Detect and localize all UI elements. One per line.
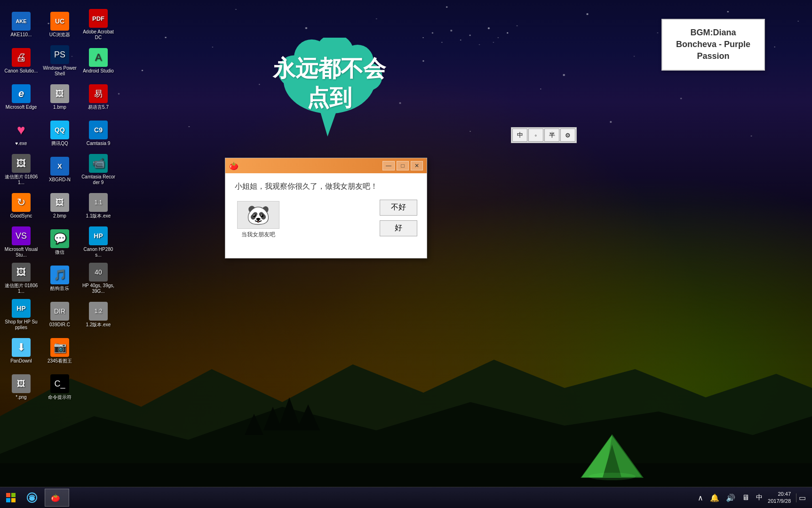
svg-rect-63 xyxy=(6,498,10,502)
svg-point-23 xyxy=(118,93,119,95)
desktop-icon-039dir[interactable]: DIR 039DIR.C xyxy=(41,297,79,332)
desktop-icon-xbgrd[interactable]: X XBGRD-N xyxy=(41,152,79,187)
desktop-icon-photo1[interactable]: 🖼 速信图片 018061... xyxy=(2,152,40,187)
1-2exe-icon: 1.2 xyxy=(89,302,108,321)
ake110-icon: AKE xyxy=(12,12,31,31)
cmd-label: 命令提示符 xyxy=(48,395,72,400)
desktop-icon-goodsync[interactable]: ↻ GoodSync xyxy=(2,188,40,224)
desktop-icon-kugou[interactable]: 🎵 酷狗音乐 xyxy=(41,261,79,296)
svg-point-31 xyxy=(610,121,612,123)
svg-point-66 xyxy=(29,496,35,501)
ime-btn-half[interactable]: 半 xyxy=(544,129,559,142)
taskbar-expand-icon[interactable]: ∧ xyxy=(696,493,705,502)
dialog-message: 小姐姐，我观察你很久了，做我女朋友吧！ xyxy=(235,180,417,193)
svg-point-38 xyxy=(470,34,471,36)
desktop-icon-hp-supplies[interactable]: HP Shop for HP Supplies xyxy=(2,297,40,332)
panda-caption: 当我女朋友吧 xyxy=(241,231,275,239)
desktop-icon-camtasia-rec[interactable]: 📹 Camtasia Recorder 9 xyxy=(80,152,117,187)
taskbar: 🍅 ∧ 🔔 🔊 🖥 中 20:47 2017/9/28 ▭ xyxy=(0,487,812,508)
taskbar-show-desktop-icon[interactable]: ▭ xyxy=(796,493,807,502)
desktop-icon-1-2exe[interactable]: 1.2 1.2版本.exe xyxy=(80,297,117,332)
desktop-icon-powershell[interactable]: PS Windows PowerShell xyxy=(41,43,79,79)
goodsync-icon: ↻ xyxy=(12,193,31,212)
desktop-icon-camtasia9[interactable]: C9 Camtasia 9 xyxy=(80,116,117,151)
taskbar-network-icon[interactable]: 🖥 xyxy=(740,493,751,502)
clock-time: 20:47 xyxy=(778,491,791,498)
2345-label: 2345看图王 xyxy=(48,358,72,364)
android-studio-icon: A xyxy=(89,48,108,67)
desktop-icon-hp40gs[interactable]: 40 HP 40gs, 39gs, 39G... xyxy=(80,261,117,296)
dialog-minimize-button[interactable]: — xyxy=(382,161,395,170)
taskbar-app-window[interactable]: 🍅 xyxy=(45,489,69,507)
desktop-icons-container: AKE AKE110... 🖨 Canon Solutio... e Micro… xyxy=(0,5,94,428)
desktop-icon-canon[interactable]: 🖨 Canon Solutio... xyxy=(2,43,40,79)
ime-btn-chinese[interactable]: 中 xyxy=(512,129,527,142)
ake110-label: AKE110... xyxy=(10,32,32,38)
svg-point-39 xyxy=(479,44,480,45)
desktop-icon-cmd[interactable]: C_ 命令提示符 xyxy=(41,370,79,405)
svg-point-17 xyxy=(422,60,424,62)
qq-icon: QQ xyxy=(50,121,69,139)
desktop-icon-canon-hp[interactable]: HP Canon HP280 s... xyxy=(80,225,117,260)
desktop-icon-uc[interactable]: UC UC浏览器 xyxy=(41,7,79,42)
desktop-icon-heart-exe[interactable]: ♥ ♥.exe xyxy=(2,116,40,151)
dialog-maximize-button[interactable]: □ xyxy=(397,161,409,170)
svg-point-9 xyxy=(657,32,658,33)
pandownl-icon: ⬇ xyxy=(12,338,31,357)
ime-btn-dot[interactable]: ◦ xyxy=(528,129,543,142)
xbgrd-label: XBGRD-N xyxy=(49,177,71,183)
desktop-icon-1-1exe[interactable]: 1.1 1.1版本.exe xyxy=(80,188,117,224)
dialog-ok-button[interactable]: 好 xyxy=(380,220,417,236)
svg-point-53 xyxy=(589,473,636,480)
dialog-titlebar[interactable]: 🍅 — □ ✕ xyxy=(225,158,427,173)
desktop-icon-ake110[interactable]: AKE AKE110... xyxy=(2,7,40,42)
svg-point-20 xyxy=(634,56,635,57)
desktop-icon-qq[interactable]: QQ 腾讯QQ xyxy=(41,116,79,151)
svg-point-8 xyxy=(586,13,588,15)
desktop-icon-android-studio[interactable]: A Android Studio xyxy=(80,43,117,79)
ime-btn-settings[interactable]: ⚙ xyxy=(560,129,575,142)
taskbar-ime-icon[interactable]: 中 xyxy=(755,493,764,502)
taskbar-volume-icon[interactable]: 🔊 xyxy=(724,493,737,502)
svg-point-19 xyxy=(563,74,565,76)
svg-point-6 xyxy=(446,6,447,8)
1-1exe-icon: 1.1 xyxy=(89,193,108,212)
svg-point-7 xyxy=(517,25,517,26)
2bmp-icon: 🖼 xyxy=(50,193,69,212)
svg-point-4 xyxy=(305,27,307,29)
desktop-icon-photo2[interactable]: 🖼 速信图片 018061... xyxy=(2,261,40,296)
ime-toolbar: 中 ◦ 半 ⚙ xyxy=(511,127,577,143)
desktop-icon-yuyuyan[interactable]: 易 易语言5.7 xyxy=(80,80,117,115)
desktop-icon-edge[interactable]: e Microsoft Edge xyxy=(2,80,40,115)
taskbar-edge-icon[interactable] xyxy=(21,487,42,508)
svg-point-30 xyxy=(470,131,470,132)
desktop-icon-2bmp[interactable]: 🖼 2.bmp xyxy=(41,188,79,224)
desktop-icon-png[interactable]: 🖼 *.png xyxy=(2,370,40,405)
desktop-icon-acrobat[interactable]: PDF Adobe Acrobat DC xyxy=(80,7,117,42)
2bmp-label: 2.bmp xyxy=(53,213,66,219)
kugou-label: 酷狗音乐 xyxy=(50,286,69,291)
dialog-close-button[interactable]: ✕ xyxy=(411,161,423,170)
svg-point-33 xyxy=(423,37,424,38)
speech-bubble: 永远都不会点到 xyxy=(254,38,405,137)
time-display[interactable]: 20:47 2017/9/28 xyxy=(768,491,791,505)
taskbar-system-tray: ∧ 🔔 🔊 🖥 中 20:47 2017/9/28 ▭ xyxy=(696,491,812,505)
svg-rect-64 xyxy=(11,498,16,502)
desktop-icon-1bmp[interactable]: 🖼 1.bmp xyxy=(41,80,79,115)
desktop-icon-wechat[interactable]: 💬 微信 xyxy=(41,225,79,260)
svg-point-11 xyxy=(798,21,799,22)
pandownl-label: PanDownl xyxy=(10,358,32,364)
start-button[interactable] xyxy=(0,487,21,508)
taskbar-app-icon: 🍅 xyxy=(51,493,60,502)
desktop-icon-pandownl[interactable]: ⬇ PanDownl xyxy=(2,333,40,369)
desktop-icon-vs[interactable]: VS Microsoft Visual Stu... xyxy=(2,225,40,260)
heart-exe-icon: ♥ xyxy=(12,121,31,139)
dialog-no-button[interactable]: 不好 xyxy=(380,200,417,216)
yuyuyan-label: 易语言5.7 xyxy=(88,105,109,110)
taskbar-notification-icon[interactable]: 🔔 xyxy=(709,493,721,502)
vs-label: Microsoft Visual Stu... xyxy=(4,247,38,258)
desktop-icon-2345[interactable]: 📷 2345看图王 xyxy=(41,333,79,369)
svg-point-26 xyxy=(540,89,541,89)
svg-point-18 xyxy=(493,42,494,43)
svg-point-3 xyxy=(235,9,236,10)
